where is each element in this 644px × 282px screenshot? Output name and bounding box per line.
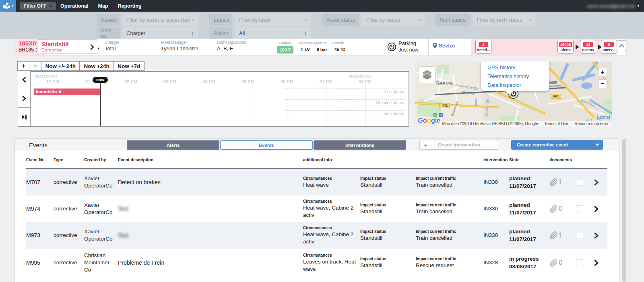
row-checkbox[interactable] [576, 259, 583, 266]
col-intervention: Intervention [483, 157, 509, 162]
lane-tech-status: Tech status [285, 110, 405, 117]
row-open-button[interactable] [594, 232, 607, 239]
timeline-zoom-in-button[interactable]: + [17, 61, 30, 71]
timeline-tick: 04 PM [202, 79, 215, 84]
alerts-counter[interactable]: 15028 Alerts [557, 40, 574, 54]
event-row[interactable]: M995 corrective Christian Maintainer Co … [26, 249, 607, 277]
event-description: Test [118, 206, 303, 212]
assets-filter-placeholder: Filter by asset or asset class [126, 17, 190, 23]
filter-toggle-button[interactable]: Filter OFF [20, 2, 56, 10]
tab-events[interactable]: Events [220, 140, 313, 150]
row-checkbox[interactable] [576, 205, 583, 212]
paperclip-icon [549, 259, 558, 267]
user-account-menu[interactable]: xxxxx.xxxxx@gmail.com ▾ [587, 0, 639, 12]
row-checkbox[interactable] [576, 232, 583, 239]
timeline-tick: 12 PM [46, 79, 59, 84]
event-intervention: IN330 [483, 179, 509, 186]
event-row[interactable]: M973 corrective Xavier OperatorCo Test C… [26, 222, 607, 249]
create-corrective-label: Create corrective event [511, 140, 591, 150]
timeline-pan-right-button[interactable] [18, 89, 30, 108]
report-map-error-link[interactable]: Report a map error [575, 121, 609, 126]
app-logo[interactable]: ▾ [0, 0, 16, 12]
chevron-down-icon: ▾ [192, 18, 194, 22]
event-type: corrective [54, 232, 84, 239]
map-zoom-in-button[interactable]: + [598, 68, 607, 77]
impact-status-value: Standstill [360, 262, 416, 269]
tech-status-filter-input[interactable]: Filter by tech status ▾ [473, 14, 535, 26]
asset-location-link[interactable]: Seelze [433, 43, 455, 49]
row-open-button[interactable] [594, 179, 607, 186]
create-intervention-button[interactable]: + Create intervention [419, 140, 498, 150]
timeline-skip-to-now-button[interactable] [18, 107, 30, 127]
action-select[interactable]: All ▲▼ [235, 27, 311, 39]
event-documents[interactable]: 0 [549, 205, 576, 213]
map-widget[interactable]: 441 441 Seelze Hannoversche Str. straße … [415, 62, 612, 127]
create-corrective-event-button[interactable]: Create corrective event [511, 140, 603, 150]
assets-filter-input[interactable]: Filter by asset or asset class ▾ [122, 14, 198, 26]
event-intervention: IN328 [483, 259, 509, 266]
immobilized-status-bar[interactable]: Immobilized [34, 89, 100, 95]
event-row[interactable]: M974 corrective Xavier OperatorCo Test C… [26, 196, 607, 222]
tab-interventions[interactable]: Interventions [314, 140, 406, 150]
google-logo[interactable]: Google [418, 117, 440, 125]
telemetry-value: 1 kV [297, 46, 313, 53]
gps-history-link[interactable]: GPS history [487, 63, 549, 72]
event-documents[interactable]: 1 [549, 178, 576, 187]
chevron-right-icon [594, 179, 599, 186]
interventions-label: Interv... [601, 47, 617, 52]
leaflet-attribution-link[interactable]: Leaflet [597, 115, 610, 119]
tab-alerts[interactable]: Alerts [127, 140, 219, 150]
menu-item-operational[interactable]: Operational [60, 3, 88, 9]
corrective-dropdown-caret[interactable] [591, 140, 603, 150]
chevron-right-icon [594, 259, 599, 266]
interventions-counter[interactable]: 8 Interv... [601, 40, 617, 54]
event-state: planned [509, 228, 549, 235]
chevron-down-icon: ▾ [419, 18, 421, 22]
restrictions-counter[interactable]: 2 Restri... [475, 40, 491, 54]
timeline-range-plus24-button[interactable]: Now +24h [79, 61, 114, 71]
scrollbar[interactable] [622, 139, 626, 282]
menu-item-reporting[interactable]: Reporting [118, 3, 141, 9]
chevron-right-icon [22, 96, 26, 101]
telemetry-catenary: Catenary 1 kV [297, 41, 313, 53]
road-number-badge: 441 [440, 103, 450, 108]
terms-of-use-link[interactable]: Terms of Use [545, 121, 568, 126]
timeline-zoom-out-button[interactable]: − [29, 61, 41, 71]
row-open-button[interactable] [594, 259, 607, 266]
impact-status-label: Impact status [360, 256, 416, 262]
row-open-button[interactable] [594, 206, 607, 212]
timeline-date-left: 29/01/2018 [35, 74, 57, 79]
sort-by-select[interactable]: Charger ▲▼ [122, 27, 198, 39]
map-highway [495, 91, 546, 115]
map-zoom-out-button[interactable]: − [598, 79, 607, 88]
map-layers-control[interactable] [419, 66, 436, 83]
col-documents: documents [549, 157, 576, 162]
field-value: Tyrion Lannister [161, 45, 198, 52]
events-header: Events Alerts Events Interventions + Cre… [15, 139, 619, 151]
timeline-range-now24-button[interactable]: Now +/- 24h [41, 61, 80, 71]
menu-item-map[interactable]: Map [98, 3, 108, 9]
events-counter[interactable]: 23 Events [580, 40, 596, 54]
field-label: Charger [105, 40, 119, 45]
asset-field-charger: Charger Total [105, 40, 119, 52]
tech-status-filter-label: Tech status [435, 14, 470, 26]
collapse-panel-button[interactable] [617, 40, 626, 51]
asset-status-filter-input[interactable]: Filter by status ▾ [362, 14, 425, 26]
event-row[interactable]: M707 corrective Xavier OperatorCo Defect… [26, 169, 607, 196]
impact-status-label: Impact status [360, 229, 416, 235]
data-inspector-link[interactable]: Data inspector [487, 81, 549, 90]
timeline-pan-left-button[interactable] [18, 70, 30, 90]
row-checkbox[interactable] [576, 179, 583, 186]
event-documents[interactable]: 1 [549, 231, 576, 240]
events-table-header: Event Nr. Type Created by Event descript… [26, 151, 607, 169]
documents-count: 0 [559, 259, 562, 267]
labels-filter-group: Labels Filter by label ▾ [209, 14, 311, 26]
asset-status-box[interactable]: Standstill Corrective [37, 39, 98, 54]
timeline-range-plus7d-button[interactable]: Now +7d [113, 61, 144, 71]
impact-traffic-label: Impact current traffic [416, 256, 483, 262]
chevron-down-icon: ▾ [529, 18, 531, 22]
event-documents[interactable]: 0 [549, 259, 576, 267]
timeline-chart[interactable]: 29/01/2018 29/01/2018 12 PM 01 PM 02 PM … [30, 71, 409, 127]
labels-filter-input[interactable]: Filter by label ▾ [235, 14, 311, 26]
telematics-history-link[interactable]: Telematics history [487, 72, 549, 81]
